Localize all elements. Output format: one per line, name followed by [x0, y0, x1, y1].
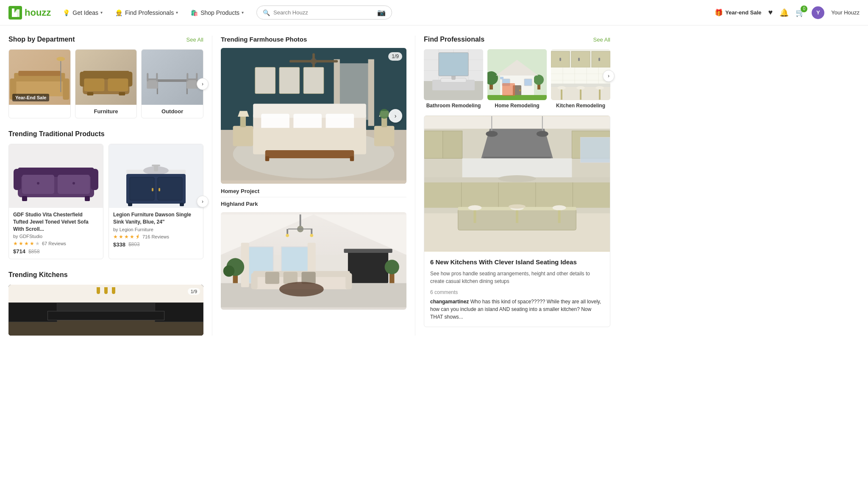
svg-rect-63: [265, 156, 270, 161]
farmhouse-photo-label-2[interactable]: Highland Park: [221, 197, 406, 212]
svg-rect-74: [255, 67, 275, 94]
farmhouse-carousel-next[interactable]: ›: [389, 109, 402, 123]
svg-rect-62: [265, 150, 354, 158]
star-2: ★: [19, 241, 23, 246]
article-card[interactable]: 6 New Kitchens With Clever Island Seatin…: [424, 115, 610, 327]
your-houzz-link[interactable]: Your Houzz: [831, 9, 860, 16]
dept-card-outdoor[interactable]: Outdoor: [141, 49, 203, 118]
farmhouse-photo-label-1[interactable]: Homey Project: [221, 184, 406, 197]
living-room-svg: [221, 212, 406, 310]
star-v2: ★: [119, 234, 123, 240]
svg-rect-24: [156, 73, 158, 81]
pro-card-kitchen[interactable]: Kitchen Remodeling: [551, 49, 610, 109]
svg-rect-18: [156, 79, 189, 82]
trending-kitchens-title: Trending Kitchens: [8, 271, 68, 279]
svg-rect-137: [571, 51, 590, 67]
main-content: Shop by Department See All: [0, 25, 619, 346]
svg-rect-130: [500, 77, 504, 79]
trending-products-section: Trending Traditional Products: [8, 130, 203, 259]
left-column: Shop by Department See All: [8, 36, 212, 336]
svg-rect-182: [558, 210, 561, 223]
star-1: ★: [13, 241, 18, 246]
dept-card-furniture[interactable]: Furniture: [75, 49, 137, 118]
article-subtitle: See how pros handle seating arrangements…: [430, 270, 604, 285]
svg-rect-60: [326, 114, 354, 130]
svg-rect-45: [159, 188, 160, 191]
product-vanity-name: Legion Furniture Dawson Single Sink Vani…: [113, 211, 199, 226]
products-carousel-next[interactable]: ›: [197, 196, 209, 207]
svg-rect-31: [14, 169, 21, 190]
nav-find-professionals[interactable]: 👷 Find Professionals ▾: [110, 5, 182, 20]
farmhouse-main-photo[interactable]: 1/9 ›: [221, 48, 406, 184]
outdoor-furniture-svg: [142, 50, 203, 105]
pro-card-bathroom[interactable]: Bathroom Remodeling: [424, 49, 483, 109]
farmhouse-photo-counter: 1/9: [388, 52, 402, 61]
dk-light-1: [97, 287, 100, 294]
article-comment-author: changamartinez: [430, 299, 469, 305]
star-v3: ★: [124, 234, 129, 240]
dept-card-outdoor-img: [142, 50, 203, 105]
product-sofa-info: GDF Studio Vita Chesterfield Tufted Jewe…: [9, 208, 103, 255]
svg-rect-75: [279, 67, 300, 94]
trending-products-header: Trending Traditional Products: [8, 130, 203, 138]
dept-card-furniture-img: [75, 50, 137, 105]
kitchen-preview-img[interactable]: 1/9: [8, 285, 203, 336]
shop-icon: 🛍️: [190, 8, 198, 17]
product-vanity-img: [109, 144, 203, 208]
farmhouse-second-photo[interactable]: [221, 212, 406, 310]
product-card-vanity[interactable]: Legion Furniture Dawson Single Sink Vani…: [108, 144, 203, 259]
logo[interactable]: houzz: [8, 6, 51, 20]
svg-point-188: [509, 204, 526, 209]
houzz-logo-icon: [8, 6, 22, 20]
camera-icon[interactable]: 📷: [377, 8, 386, 17]
product-sofa-name: GDF Studio Vita Chesterfield Tufted Jewe…: [13, 211, 99, 232]
search-bar: 🔍 📷: [256, 6, 392, 20]
dept-card-sale[interactable]: Year-End Sale: [8, 49, 71, 118]
svg-rect-15: [119, 92, 125, 95]
search-icon[interactable]: 🔍: [263, 9, 270, 16]
nav-shop-products[interactable]: 🛍️ Shop Products ▾: [186, 5, 248, 20]
svg-rect-153: [561, 90, 562, 100]
pro-card-home[interactable]: Home Remodeling: [487, 49, 547, 109]
kitchen-pro-svg: [551, 49, 610, 100]
svg-rect-22: [147, 80, 158, 89]
svg-rect-163: [443, 131, 462, 159]
article-img: [424, 116, 610, 252]
svg-rect-157: [599, 90, 601, 100]
svg-point-154: [576, 86, 585, 90]
search-input[interactable]: [273, 9, 374, 16]
farmhouse-img: 1/9 ›: [221, 48, 406, 184]
product-card-sofa[interactable]: GDF Studio Vita Chesterfield Tufted Jewe…: [8, 144, 103, 259]
find-pros-see-all[interactable]: See All: [593, 36, 610, 43]
star-4: ★: [30, 241, 34, 246]
article-kitchen-svg: [424, 116, 610, 252]
product-sofa-img: [9, 144, 103, 208]
svg-rect-65: [233, 126, 253, 146]
user-avatar[interactable]: Y: [812, 6, 824, 19]
dk-floor: [8, 320, 203, 336]
cart-count-badge: 0: [801, 6, 807, 12]
svg-point-105: [223, 265, 235, 277]
favorites-button[interactable]: ♥: [768, 8, 773, 17]
svg-point-36: [72, 182, 75, 185]
pros-grid: Bathroom Remodeling: [424, 49, 610, 109]
svg-rect-155: [580, 90, 581, 100]
svg-rect-178: [473, 210, 476, 223]
year-end-sale-link[interactable]: 🎁 Year-end Sale: [715, 8, 761, 17]
chevron-down-icon-3: ▾: [242, 10, 244, 15]
cart-button[interactable]: 🛒 0: [796, 8, 805, 17]
svg-rect-23: [147, 73, 149, 81]
product-vanity-info: Legion Furniture Dawson Single Sink Vani…: [109, 208, 203, 248]
kitchen-counter: 1/9: [188, 288, 200, 295]
svg-rect-93: [284, 272, 298, 284]
pro-kitchen-label: Kitchen Remodeling: [551, 103, 610, 109]
nav-shop-products-label: Shop Products: [200, 9, 239, 16]
svg-point-177: [468, 205, 482, 210]
nav-get-ideas[interactable]: 💡 Get Ideas ▾: [58, 5, 107, 20]
shop-by-dept-see-all[interactable]: See All: [186, 36, 203, 43]
dept-carousel-next[interactable]: ›: [197, 78, 209, 90]
notifications-button[interactable]: 🔔: [779, 8, 789, 17]
dk-light-3: [112, 287, 115, 294]
middle-column: Trending Farmhouse Photos: [212, 36, 415, 336]
pros-carousel-next[interactable]: ›: [603, 70, 615, 82]
